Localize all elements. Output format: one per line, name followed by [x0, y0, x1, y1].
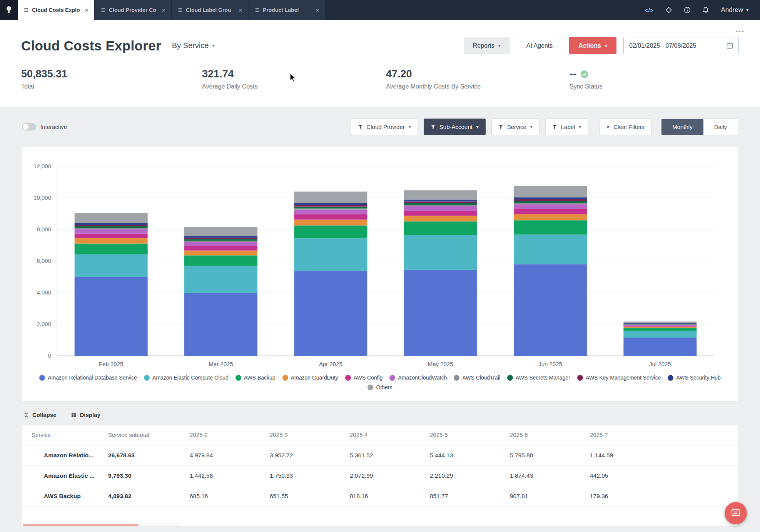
bar-segment[interactable]: [404, 235, 477, 270]
bar-segment[interactable]: [75, 225, 148, 226]
actions-button[interactable]: Actions ▾: [569, 37, 616, 54]
bar-segment[interactable]: [184, 238, 257, 239]
bar-segment[interactable]: [623, 327, 697, 328]
scrollbar-thumb[interactable]: [23, 524, 139, 526]
group-by-dropdown[interactable]: By Service ▾: [172, 41, 215, 50]
legend-item[interactable]: AWS Security Hub: [668, 375, 720, 381]
legend-item[interactable]: AWS Backup: [236, 375, 276, 381]
bar-segment[interactable]: [184, 236, 257, 238]
bar-segment[interactable]: [404, 202, 477, 203]
bar-segment[interactable]: [75, 229, 148, 233]
bar-segment[interactable]: [294, 203, 367, 205]
bar-segment[interactable]: [75, 238, 148, 244]
bar-segment[interactable]: [404, 270, 477, 356]
bar-segment[interactable]: [514, 197, 587, 199]
table-row[interactable]: Amazon Relatio...26,678.634,979.843,952.…: [22, 445, 738, 466]
bar-segment[interactable]: [294, 226, 367, 239]
bar-segment[interactable]: [184, 266, 257, 293]
bar-segment[interactable]: [514, 186, 587, 197]
bar-segment[interactable]: [404, 190, 477, 199]
bar-segment[interactable]: [184, 255, 257, 266]
bar-segment[interactable]: [514, 199, 587, 201]
bar-segment[interactable]: [404, 199, 477, 201]
bar-segment[interactable]: [514, 204, 587, 209]
bar-segment[interactable]: [623, 321, 697, 323]
bell-icon[interactable]: [702, 7, 709, 14]
bar-segment[interactable]: [514, 201, 587, 203]
close-icon[interactable]: ×: [316, 7, 319, 13]
bar-segment[interactable]: [294, 271, 367, 356]
bar-segment[interactable]: [75, 226, 148, 228]
legend-item[interactable]: AWS CloudTrail: [454, 375, 500, 381]
daily-toggle-button[interactable]: Daily: [703, 119, 738, 135]
more-menu-icon[interactable]: •••: [735, 28, 745, 35]
label-filter-button[interactable]: Label ▾: [545, 119, 588, 135]
bar-segment[interactable]: [184, 242, 257, 246]
bar-segment[interactable]: [75, 254, 148, 277]
app-logo[interactable]: [0, 0, 18, 20]
bar-segment[interactable]: [294, 207, 367, 209]
reports-button[interactable]: Reports ▾: [464, 37, 510, 54]
bar-segment[interactable]: [623, 325, 697, 325]
bar-segment[interactable]: [184, 239, 257, 241]
bar-segment[interactable]: [294, 210, 367, 214]
bar-segment[interactable]: [294, 238, 367, 271]
tab-product-label[interactable]: Product Label ×: [249, 0, 325, 20]
clear-filters-button[interactable]: × Clear Filters: [600, 119, 652, 135]
calendar-icon[interactable]: [727, 42, 733, 49]
legend-item[interactable]: AmazonCloudWatch: [389, 375, 447, 381]
date-range-input[interactable]: [629, 42, 723, 49]
bar-segment[interactable]: [514, 209, 587, 214]
bar-segment[interactable]: [623, 325, 697, 325]
service-filter-button[interactable]: Service ▾: [491, 119, 540, 135]
bar-segment[interactable]: [623, 324, 697, 325]
bar-segment[interactable]: [75, 277, 148, 356]
service-name-cell[interactable]: Amazon Relatio...: [22, 452, 108, 459]
bar-segment[interactable]: [184, 251, 257, 256]
bar-segment[interactable]: [514, 220, 587, 234]
legend-item[interactable]: Amazon Relational Database Service: [39, 375, 137, 381]
code-icon[interactable]: </>: [645, 7, 654, 13]
legend-item[interactable]: AWS Secrets Manager: [507, 375, 570, 381]
legend-item[interactable]: Others: [367, 384, 392, 390]
ai-agents-button[interactable]: AI Agents: [517, 37, 563, 54]
bar-segment[interactable]: [404, 216, 477, 221]
interactive-toggle[interactable]: [22, 123, 36, 130]
bar-segment[interactable]: [294, 214, 367, 220]
bar-segment[interactable]: [623, 331, 697, 338]
cloud-provider-filter-button[interactable]: Cloud Provider ▾: [351, 119, 418, 135]
bar-segment[interactable]: [514, 214, 587, 221]
bar-segment[interactable]: [184, 241, 257, 242]
bar-segment[interactable]: [184, 246, 257, 251]
sub-account-filter-button[interactable]: Sub-Account ▾: [424, 119, 486, 135]
bar-segment[interactable]: [75, 234, 148, 238]
close-icon[interactable]: ×: [162, 7, 165, 13]
table-row[interactable]: AWS Backup4,093.82685.16651.55818.16851.…: [22, 486, 738, 507]
bar-segment[interactable]: [623, 338, 697, 356]
bar-segment[interactable]: [294, 205, 367, 207]
table-row[interactable]: Amazon Elastic ...9,793.301,442.581,750.…: [22, 466, 738, 486]
service-name-cell[interactable]: AWS Backup: [22, 493, 108, 500]
info-icon[interactable]: [684, 7, 691, 13]
tab-cloud-label-group[interactable]: Cloud Label Grou ×: [172, 0, 248, 20]
bar-segment[interactable]: [294, 219, 367, 225]
bar-segment[interactable]: [294, 209, 367, 210]
diamond-icon[interactable]: [665, 7, 672, 13]
bar-segment[interactable]: [404, 205, 477, 206]
bar-segment[interactable]: [75, 223, 148, 225]
tab-cloud-provider[interactable]: Cloud Provider Co ×: [95, 0, 171, 20]
close-icon[interactable]: ×: [239, 7, 242, 13]
bar-segment[interactable]: [75, 213, 148, 223]
legend-item[interactable]: Amazon GuardDuty: [282, 375, 338, 381]
collapse-button[interactable]: Collapse: [24, 412, 57, 418]
date-range-picker[interactable]: [623, 37, 739, 54]
user-menu[interactable]: Andrew ▾: [721, 6, 748, 14]
chat-button[interactable]: [725, 502, 747, 524]
bar-segment[interactable]: [184, 227, 257, 236]
bar-segment[interactable]: [75, 244, 148, 254]
legend-item[interactable]: Amazon Elastic Compute Cloud: [144, 375, 229, 381]
legend-item[interactable]: AWS Config: [345, 375, 383, 381]
bar-segment[interactable]: [623, 323, 697, 324]
bar-segment[interactable]: [623, 328, 697, 331]
tab-cloud-costs-explorer[interactable]: Cloud Costs Explo ×: [18, 0, 94, 20]
